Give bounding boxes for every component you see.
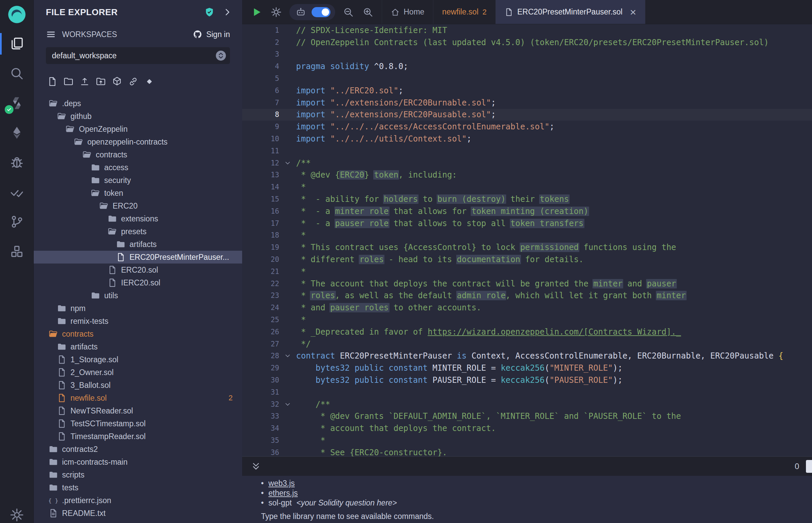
code-line-26[interactable]: 26 * _Deprecated in favor of https://wiz… <box>242 326 812 338</box>
code-line-13[interactable]: 13 * @dev {ERC20} token, including: <box>242 169 812 181</box>
zoom-in-icon[interactable] <box>359 0 377 24</box>
tree-folder-openzeppelin-contracts[interactable]: openzeppelin-contracts <box>34 136 242 148</box>
tree-folder-deps[interactable]: .deps <box>34 97 242 110</box>
workspace-switch-icon[interactable] <box>215 50 227 61</box>
tree-folder-security[interactable]: security <box>34 174 242 187</box>
code-line-11[interactable]: 11 <box>242 145 812 157</box>
code-line-21[interactable]: 21 * <box>242 266 812 278</box>
tree-folder-presets[interactable]: presets <box>34 225 242 238</box>
fold-chevron-icon[interactable] <box>279 352 296 360</box>
tree-folder-artifacts[interactable]: artifacts <box>34 238 242 251</box>
tree-folder-icm-contracts-main[interactable]: icm-contracts-main <box>34 456 242 468</box>
code-line-17[interactable]: 17 * - a pauser role that allows to stop… <box>242 217 812 230</box>
code-line-23[interactable]: 23 * roles, as well as the default admin… <box>242 290 812 302</box>
terminal-corner-button[interactable] <box>806 460 812 473</box>
tree-folder-remix-tests[interactable]: remix-tests <box>34 315 242 327</box>
remix-logo-icon[interactable] <box>0 0 34 29</box>
tab-home[interactable]: Home <box>382 0 433 24</box>
terminal-expand-icon[interactable] <box>251 461 261 471</box>
unit-testing-icon[interactable] <box>0 177 34 207</box>
code-line-32[interactable]: 32 /** <box>242 398 812 411</box>
code-line-31[interactable]: 31 <box>242 386 812 398</box>
tree-file-testsctimestamp-sol[interactable]: TestSCTimestamp.sol <box>34 417 242 430</box>
code-line-7[interactable]: 7import "../extensions/ERC20Burnable.sol… <box>242 97 812 109</box>
code-line-29[interactable]: 29 bytes32 public constant MINTER_ROLE =… <box>242 362 812 374</box>
code-line-27[interactable]: 27 */ <box>242 338 812 350</box>
tree-file-erc20presetminterpauser[interactable]: ERC20PresetMinterPauser... <box>34 251 242 264</box>
deploy-run-icon[interactable] <box>0 118 34 148</box>
settings-icon[interactable] <box>0 500 34 523</box>
tree-folder-access[interactable]: access <box>34 161 242 174</box>
code-line-8[interactable]: 8import "../extensions/ERC20Pausable.sol… <box>242 109 812 121</box>
code-line-4[interactable]: 4pragma solidity ^0.8.0; <box>242 60 812 72</box>
code-line-3[interactable]: 3 <box>242 49 812 61</box>
compile-settings-icon[interactable] <box>267 0 285 24</box>
search-icon[interactable] <box>0 59 34 88</box>
code-line-15[interactable]: 15 * - ability for holders to burn (dest… <box>242 193 812 205</box>
tree-folder-contracts[interactable]: contracts <box>34 148 242 161</box>
terminal-link[interactable]: web3.js <box>268 479 295 488</box>
link-icon[interactable] <box>128 76 138 87</box>
upload-folder-icon[interactable] <box>96 76 106 87</box>
plugin-manager-icon[interactable] <box>0 237 34 266</box>
tree-folder-contracts2[interactable]: contracts2 <box>34 443 242 456</box>
code-editor[interactable]: 1// SPDX-License-Identifier: MIT2// Open… <box>242 24 812 456</box>
tree-folder-erc20[interactable]: ERC20 <box>34 199 242 212</box>
fold-chevron-icon[interactable] <box>279 159 296 167</box>
code-line-10[interactable]: 10import "../../../utils/Context.sol"; <box>242 133 812 145</box>
code-line-34[interactable]: 34 * account that deploys the contract. <box>242 422 812 434</box>
code-line-30[interactable]: 30 bytes32 public constant PAUSER_ROLE =… <box>242 374 812 386</box>
sign-in-button[interactable]: Sign in <box>193 30 230 39</box>
debugger-icon[interactable] <box>0 148 34 177</box>
tree-folder-scripts[interactable]: scripts <box>34 468 242 481</box>
tab-erc20presetminterpauser-sol[interactable]: ERC20PresetMinterPauser.sol× <box>496 0 646 24</box>
code-line-35[interactable]: 35 * <box>242 434 812 447</box>
code-line-16[interactable]: 16 * - a minter role that allows for tok… <box>242 205 812 217</box>
code-line-33[interactable]: 33 * @dev Grants `DEFAULT_ADMIN_ROLE`, `… <box>242 411 812 422</box>
tree-file-erc20-sol[interactable]: ERC20.sol <box>34 264 242 276</box>
code-line-6[interactable]: 6import "../ERC20.sol"; <box>242 85 812 97</box>
workspace-select[interactable]: default_workspace <box>46 47 230 64</box>
gist-icon[interactable] <box>144 76 155 87</box>
ai-toggle-on[interactable] <box>312 7 331 17</box>
tree-file-1-storage-sol[interactable]: 1_Storage.sol <box>34 353 242 366</box>
tree-file-ierc20-sol[interactable]: IERC20.sol <box>34 276 242 289</box>
tree-file-3-ballot-sol[interactable]: 3_Ballot.sol <box>34 379 242 392</box>
close-icon[interactable]: × <box>630 7 636 18</box>
tree-folder-github[interactable]: github <box>34 110 242 123</box>
code-line-18[interactable]: 18 * <box>242 230 812 241</box>
code-line-12[interactable]: 12/** <box>242 157 812 169</box>
tree-folder-contracts[interactable]: contracts <box>34 327 242 340</box>
file-explorer-icon[interactable] <box>0 29 34 59</box>
solidity-compiler-icon[interactable] <box>0 88 34 118</box>
upload-file-icon[interactable] <box>80 76 90 87</box>
tree-file-prettierrc-json[interactable]: { }.prettierrc.json <box>34 494 242 507</box>
ai-assistant-icon[interactable] <box>294 4 307 20</box>
tab-newfile-sol[interactable]: newfile.sol2 <box>433 0 496 24</box>
code-line-20[interactable]: 20 * different roles - head to its docum… <box>242 253 812 266</box>
cube-icon[interactable] <box>112 76 122 87</box>
tree-folder-utils[interactable]: utils <box>34 289 242 302</box>
zoom-out-icon[interactable] <box>339 0 357 24</box>
code-line-1[interactable]: 1// SPDX-License-Identifier: MIT <box>242 24 812 36</box>
code-line-14[interactable]: 14 * <box>242 181 812 193</box>
code-line-19[interactable]: 19 * This contract uses {AccessControl} … <box>242 241 812 253</box>
git-icon[interactable] <box>0 207 34 237</box>
tree-file-timestampreader-sol[interactable]: TimestampReader.sol <box>34 430 242 443</box>
tree-file-readme-txt[interactable]: README.txt <box>34 507 242 520</box>
code-line-24[interactable]: 24 * and pauser roles to other accounts. <box>242 302 812 314</box>
code-line-2[interactable]: 2// OpenZeppelin Contracts (last updated… <box>242 36 812 49</box>
chevron-right-icon[interactable] <box>223 7 232 17</box>
tree-file-2-owner-sol[interactable]: 2_Owner.sol <box>34 366 242 379</box>
tree-folder-openzeppelin[interactable]: OpenZeppelin <box>34 123 242 136</box>
fold-chevron-icon[interactable] <box>279 401 296 408</box>
hamburger-menu-icon[interactable] <box>46 29 56 39</box>
new-file-icon[interactable] <box>47 76 57 87</box>
tree-folder-tests[interactable]: tests <box>34 481 242 494</box>
code-line-28[interactable]: 28contract ERC20PresetMinterPauser is Co… <box>242 350 812 362</box>
tree-folder-npm[interactable]: npm <box>34 302 242 315</box>
code-line-25[interactable]: 25 * <box>242 314 812 326</box>
run-icon[interactable] <box>248 0 266 24</box>
code-line-9[interactable]: 9import "../../../access/AccessControlEn… <box>242 121 812 133</box>
code-line-22[interactable]: 22 * The account that deploys the contra… <box>242 278 812 290</box>
